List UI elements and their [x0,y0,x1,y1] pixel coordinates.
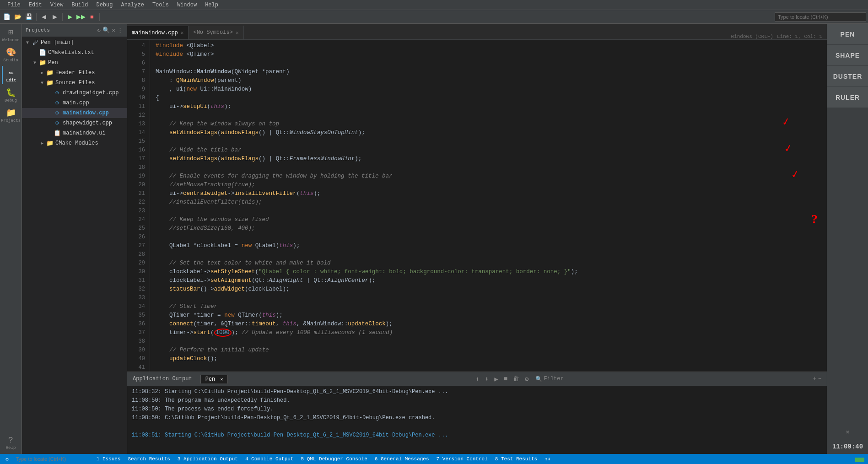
tree-item-cmake-modules[interactable]: ▶ 📁 CMake Modules [22,138,127,148]
code-line-19: // Enable events for dragging the window… [156,172,827,181]
output-line-3: 11:08:50: The process was ended forceful… [132,405,822,414]
tree-item-cmake[interactable]: ▶ 📄 CMakeLists.txt [22,48,127,58]
bottom-content[interactable]: 11:08:32: Starting C:\GitHub Project\bui… [127,386,827,454]
shape-tool-btn[interactable]: SHAPE [827,45,868,66]
output-scroll-up-icon[interactable]: ⬆ [474,374,481,384]
code-line-15 [156,137,827,146]
code-editor[interactable]: 4 5 6 7 8 9 10 11 12 13 14 15 16 17 18 1… [127,40,827,372]
toolbar-debug-btn[interactable]: ▶▶ [76,12,86,22]
activity-help[interactable]: ? Help [2,434,20,452]
app-output-tab-pen[interactable]: Pen ✕ [200,375,228,383]
cpp-file-icon: ⊙ [53,89,61,97]
status-general-messages[interactable]: 6 General Messages [373,456,431,462]
tree-label-mainwindow-ui: mainwindow.ui [63,130,106,136]
output-settings-icon[interactable]: ⚙ [523,374,530,384]
activity-welcome[interactable]: ⊞ Welcome [2,26,20,44]
app-tab-close[interactable]: ✕ [220,377,223,382]
code-line-7: MainWindow::MainWindow(QWidget *parent) [156,68,827,76]
tab-label-mainwindow: mainwindow.cpp [132,30,178,36]
output-play-icon[interactable]: ▶ [492,374,500,384]
sidebar-filter-icon[interactable]: 🔍 [102,27,110,34]
menu-tools[interactable]: Tools [149,1,173,9]
menu-edit[interactable]: Edit [25,1,46,9]
sidebar-close-icon[interactable]: ✕ [112,27,115,34]
tree-item-main-cpp[interactable]: ▶ ⊙ main.cpp [22,98,127,108]
menu-help[interactable]: Help [201,1,222,9]
output-line-2: 11:08:50: The program has unexpectedly f… [132,396,822,405]
status-app-output[interactable]: 3 Application Output [176,456,240,462]
output-clear-icon[interactable]: 🗑 [511,374,521,383]
tab-mainwindow-cpp[interactable]: mainwindow.cpp ✕ [127,26,189,39]
tree-item-drawingwidget[interactable]: ▶ ⊙ drawingwidget.cpp [22,88,127,98]
toolbar-stop-btn[interactable]: ■ [87,12,97,22]
status-type-locate[interactable] [14,456,91,462]
tree-item-source-files[interactable]: ▼ 📁 Source Files [22,78,127,88]
tree-item-pen-folder[interactable]: ▼ 📁 Pen [22,58,127,68]
status-search-input[interactable] [16,456,89,462]
tab-no-symbols[interactable]: <No Symbols> ✕ [189,26,243,39]
locate-input[interactable] [775,12,866,22]
code-line-25: //setFixedSize(160, 400); [156,224,827,233]
tree-label-cmake: CMakeLists.txt [48,49,94,56]
bottom-panel-title: Application Output [129,376,196,382]
status-version-control[interactable]: 7 Version Control [435,456,490,462]
tree-item-pen-main[interactable]: ▼ 🖊 Pen [main] [22,38,127,48]
sidebar-title: Projects [26,27,50,33]
menu-debug[interactable]: Debug [92,1,116,9]
status-qml-debugger[interactable]: 5 QML Debugger Console [299,456,369,462]
tree-item-mainwindow-cpp[interactable]: ▶ ⊙ mainwindow.cpp [22,108,127,118]
tree-label-shapewidget: shapewidget.cpp [63,120,112,126]
menu-analyze[interactable]: Analyze [117,1,147,9]
code-line-9: , ui(new Ui::MainWindow) [156,85,827,94]
tree-item-shapewidget[interactable]: ▶ ⊙ shapewidget.cpp [22,118,127,128]
code-line-26 [156,233,827,242]
menu-window[interactable]: Window [173,1,200,9]
duster-tool-btn[interactable]: DUSTER [827,66,868,87]
sidebar-sync-icon[interactable]: ↻ [97,27,101,34]
tree-item-header-files[interactable]: ▶ 📁 Header Files [22,68,127,78]
output-scroll-down-icon[interactable]: ⬇ [483,374,491,384]
menu-build[interactable]: Build [68,1,92,9]
status-settings-icon[interactable]: ⚙ [4,456,11,462]
activity-edit[interactable]: ✏ Edit [2,66,20,84]
tab-close-mainwindow[interactable]: ✕ [181,30,184,36]
tab-label-no-symbols: <No Symbols> [193,29,232,36]
tab-close-no-symbols[interactable]: ✕ [236,30,239,36]
sidebar-header: Projects ↻ 🔍 ✕ ⋮ [22,24,127,37]
tree-label-cmake-modules: CMake Modules [55,140,98,146]
code-line-31: clockLabel->setAlignment(Qt::AlignRight … [156,276,827,285]
output-expand-icon[interactable]: + [813,376,816,382]
tree-item-mainwindow-ui[interactable]: ▶ 📋 mainwindow.ui [22,128,127,138]
output-collapse-icon[interactable]: − [818,376,821,382]
ruler-tool-btn[interactable]: RULER [827,87,868,108]
toolbar-new-btn[interactable]: 📄 [2,12,12,22]
activity-projects[interactable]: 📁 Projects [2,106,20,124]
code-content[interactable]: #include <QLabel> #include <QTimer> Main… [150,40,827,372]
sidebar-more-icon[interactable]: ⋮ [117,27,123,34]
right-panel-close[interactable]: ✕ [827,425,868,439]
toolbar-save-btn[interactable]: 💾 [24,12,34,22]
menu-view[interactable]: View [47,1,67,9]
toolbar-back-btn[interactable]: ◀ [39,12,49,22]
status-issues[interactable]: 1 Issues [95,456,123,462]
toolbar: 📄 📂 💾 ◀ ▶ ▶ ▶▶ ■ [0,10,868,24]
code-line-30: clockLabel->setStyleSheet("QLabel { colo… [156,268,827,276]
output-line-4: 11:08:50: C:\GitHub Project\build-Pen-De… [132,414,822,422]
activity-debug[interactable]: 🐛 Debug [2,86,20,104]
toolbar-build-btn[interactable]: ▶ [65,12,75,22]
toolbar-forward-btn[interactable]: ▶ [50,12,60,22]
status-compile-output[interactable]: 4 Compile Output [243,456,296,462]
cpp-file-icon-sw: ⊙ [53,119,61,127]
activity-studio[interactable]: 🎨 Studio [2,46,20,64]
menu-file[interactable]: File [4,1,24,9]
bottom-tab-icons: ⬆ ⬇ ▶ ■ 🗑 ⚙ [474,374,530,384]
pen-tool-btn[interactable]: PEN [827,24,868,45]
output-stop-icon[interactable]: ■ [502,374,509,383]
status-search-results[interactable]: Search Results [126,456,172,462]
editor-area: mainwindow.cpp ✕ <No Symbols> ✕ Windows … [127,24,827,454]
code-line-40: updateClock(); [156,355,827,363]
status-arrows[interactable]: ⬆⬇ [543,456,552,462]
code-line-23 [156,207,827,216]
toolbar-open-btn[interactable]: 📂 [13,12,23,22]
status-test-results[interactable]: 8 Test Results [493,456,539,462]
